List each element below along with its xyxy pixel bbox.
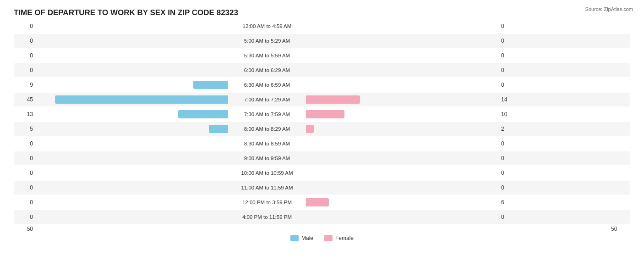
row-inner: 0 12:00 PM to 3:59 PM 6 bbox=[14, 195, 630, 209]
legend: Male Female bbox=[9, 235, 635, 241]
bar-right-container bbox=[306, 139, 498, 148]
bar-row: 0 12:00 AM to 4:59 AM 0 bbox=[14, 19, 630, 33]
row-inner: 9 6:30 AM to 6:59 AM 0 bbox=[14, 78, 630, 92]
legend-female: Female bbox=[324, 235, 354, 241]
male-bar bbox=[178, 110, 228, 118]
val-right: 0 bbox=[498, 184, 520, 191]
bar-left-container bbox=[36, 81, 228, 89]
time-label: 5:30 AM to 5:59 AM bbox=[228, 53, 306, 58]
row-inner: 0 8:30 AM to 8:59 AM 0 bbox=[14, 137, 630, 150]
val-left: 0 bbox=[14, 170, 36, 176]
male-swatch bbox=[290, 235, 299, 241]
val-left: 0 bbox=[14, 67, 36, 73]
time-label: 8:00 AM to 8:29 AM bbox=[228, 126, 306, 132]
row-inner: 0 10:00 AM to 10:59 AM 0 bbox=[14, 166, 630, 180]
val-right: 14 bbox=[498, 96, 520, 103]
val-left: 45 bbox=[14, 96, 36, 103]
bar-row: 0 9:00 AM to 9:59 AM 0 bbox=[14, 151, 630, 165]
bar-right-container bbox=[306, 184, 498, 192]
row-inner: 13 7:30 AM to 7:59 AM 10 bbox=[14, 107, 630, 121]
row-inner: 0 4:00 PM to 11:59 PM 0 bbox=[14, 210, 630, 224]
bar-right-container bbox=[306, 125, 498, 133]
bar-row: 5 8:00 AM to 8:29 AM 2 bbox=[14, 122, 630, 136]
bar-row: 9 6:30 AM to 6:59 AM 0 bbox=[14, 78, 630, 92]
val-right: 0 bbox=[498, 52, 520, 59]
val-right: 0 bbox=[498, 67, 520, 73]
chart-title: TIME OF DEPARTURE TO WORK BY SEX IN ZIP … bbox=[9, 8, 635, 17]
val-right: 0 bbox=[498, 155, 520, 162]
legend-male: Male bbox=[290, 235, 313, 241]
bar-left-container bbox=[36, 51, 228, 60]
chart-container: TIME OF DEPARTURE TO WORK BY SEX IN ZIP … bbox=[0, 0, 644, 273]
bar-left-container bbox=[36, 213, 228, 221]
row-inner: 0 5:30 AM to 5:59 AM 0 bbox=[14, 49, 630, 62]
bar-left-container bbox=[36, 66, 228, 74]
male-label: Male bbox=[301, 235, 313, 241]
bar-right-container bbox=[306, 154, 498, 162]
female-bar bbox=[306, 95, 360, 104]
val-left: 0 bbox=[14, 184, 36, 191]
val-left: 13 bbox=[14, 111, 36, 117]
x-axis-left-label: 50 bbox=[14, 226, 36, 232]
val-right: 0 bbox=[498, 170, 520, 176]
val-left: 0 bbox=[14, 140, 36, 147]
male-bar bbox=[209, 125, 228, 133]
bar-left-container bbox=[36, 184, 228, 192]
row-inner: 5 8:00 AM to 8:29 AM 2 bbox=[14, 122, 630, 136]
val-left: 9 bbox=[14, 82, 36, 88]
bar-right-container bbox=[306, 213, 498, 221]
bar-row: 0 4:00 PM to 11:59 PM 0 bbox=[14, 210, 630, 224]
bar-right-container bbox=[306, 198, 498, 206]
male-bar bbox=[193, 81, 228, 89]
bar-right-container bbox=[306, 110, 498, 118]
val-left: 0 bbox=[14, 38, 36, 44]
bar-row: 0 5:00 AM to 5:29 AM 0 bbox=[14, 34, 630, 48]
val-right: 0 bbox=[498, 38, 520, 44]
time-label: 5:00 AM to 5:29 AM bbox=[228, 38, 306, 44]
row-inner: 0 9:00 AM to 9:59 AM 0 bbox=[14, 151, 630, 165]
rows-area: 0 12:00 AM to 4:59 AM 0 0 5:00 AM to 5:2… bbox=[9, 19, 635, 224]
val-right: 0 bbox=[498, 23, 520, 29]
time-label: 6:00 AM to 6:29 AM bbox=[228, 67, 306, 73]
bar-right-container bbox=[306, 169, 498, 177]
bar-left-container bbox=[36, 37, 228, 45]
x-axis-right-label: 50 bbox=[608, 226, 630, 232]
time-label: 11:00 AM to 11:59 AM bbox=[228, 185, 306, 190]
bar-left-container bbox=[36, 169, 228, 177]
bar-right-container bbox=[306, 37, 498, 45]
bar-row: 0 6:00 AM to 6:29 AM 0 bbox=[14, 63, 630, 77]
bar-row: 0 5:30 AM to 5:59 AM 0 bbox=[14, 49, 630, 62]
time-label: 12:00 AM to 4:59 AM bbox=[228, 23, 306, 29]
bar-right-container bbox=[306, 51, 498, 60]
bar-left-container bbox=[36, 95, 228, 104]
bar-row: 0 11:00 AM to 11:59 AM 0 bbox=[14, 181, 630, 195]
bar-left-container bbox=[36, 22, 228, 30]
val-left: 0 bbox=[14, 214, 36, 220]
bar-left-container bbox=[36, 154, 228, 162]
time-label: 12:00 PM to 3:59 PM bbox=[228, 200, 306, 205]
val-right: 2 bbox=[498, 126, 520, 132]
val-left: 0 bbox=[14, 199, 36, 206]
bar-left-container bbox=[36, 198, 228, 206]
time-label: 6:30 AM to 6:59 AM bbox=[228, 82, 306, 88]
row-inner: 0 6:00 AM to 6:29 AM 0 bbox=[14, 63, 630, 77]
female-swatch bbox=[324, 235, 333, 241]
val-right: 0 bbox=[498, 140, 520, 147]
val-right: 0 bbox=[498, 82, 520, 88]
val-right: 0 bbox=[498, 214, 520, 220]
time-label: 4:00 PM to 11:59 PM bbox=[228, 214, 306, 220]
time-label: 7:00 AM to 7:29 AM bbox=[228, 97, 306, 102]
time-label: 7:30 AM to 7:59 AM bbox=[228, 111, 306, 117]
val-right: 10 bbox=[498, 111, 520, 117]
val-left: 0 bbox=[14, 23, 36, 29]
bar-right-container bbox=[306, 95, 498, 104]
male-bar bbox=[55, 95, 228, 104]
x-axis: 50 50 bbox=[9, 226, 635, 232]
bar-left-container bbox=[36, 110, 228, 118]
bar-right-container bbox=[306, 81, 498, 89]
bar-left-container bbox=[36, 125, 228, 133]
val-left: 0 bbox=[14, 52, 36, 59]
time-label: 9:00 AM to 9:59 AM bbox=[228, 156, 306, 161]
row-inner: 0 5:00 AM to 5:29 AM 0 bbox=[14, 34, 630, 48]
bar-row: 0 12:00 PM to 3:59 PM 6 bbox=[14, 195, 630, 209]
